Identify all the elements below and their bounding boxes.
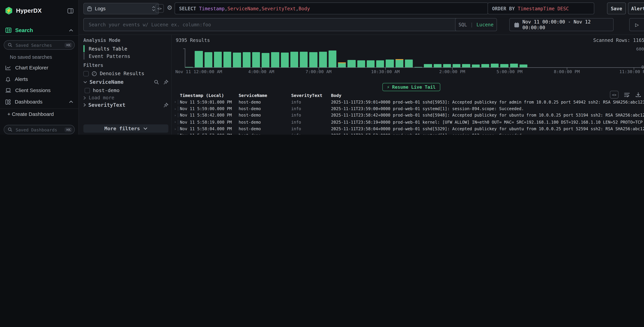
results-histogram[interactable]: 600 0 bbox=[172, 43, 644, 74]
alerts-button[interactable]: Alerts bbox=[628, 2, 644, 14]
sidebar-item-search[interactable]: Search bbox=[0, 27, 78, 34]
checkbox[interactable] bbox=[84, 71, 89, 76]
sql-editor-icon[interactable]: <> bbox=[155, 4, 164, 13]
sidebar-item-label: Alerts bbox=[15, 76, 28, 82]
filter-value-label[interactable]: host-demo bbox=[93, 88, 120, 93]
sidebar-item-label: Chart Explorer bbox=[15, 65, 48, 70]
results-count: 9395 Results bbox=[176, 37, 210, 43]
cell-servicename: host-demo bbox=[238, 106, 291, 111]
cell-timestamp: Nov 11 5:59:01.000 PM bbox=[178, 100, 239, 104]
select-field: Timestamp bbox=[199, 6, 224, 11]
query-language-toggle[interactable]: SQL | Lucene bbox=[455, 18, 497, 31]
chevron-right-icon bbox=[84, 103, 86, 107]
checkbox[interactable] bbox=[85, 88, 90, 93]
filter-group-label: ServiceName bbox=[90, 79, 124, 85]
chevron-down-icon bbox=[143, 127, 147, 130]
col-header-servicename[interactable]: ServiceName bbox=[238, 92, 291, 98]
date-range-value: Nov 11 00:00:00 - Nov 12 00:00:00 bbox=[522, 19, 609, 30]
sidebar-item-dashboards[interactable]: Dashboards bbox=[0, 98, 78, 106]
log-row[interactable]: ›Nov 11 5:59:01.000 PMhost-demoinfo2025-… bbox=[172, 98, 644, 105]
cell-body: 2025-11-11T23:58:04+0000 prod-web-01 ssh… bbox=[331, 126, 644, 131]
log-row[interactable]: ›Nov 11 5:58:04.000 PMhost-demoinfo2025-… bbox=[172, 125, 644, 132]
order-by-value: TimestampTime DESC bbox=[518, 6, 569, 11]
log-row[interactable]: ›Nov 11 5:58:42.000 PMhost-demoinfo2025-… bbox=[172, 112, 644, 119]
sidebar-collapse-icon[interactable] bbox=[68, 8, 74, 13]
order-by-keyword: ORDER BY bbox=[492, 6, 515, 11]
saved-searches-input[interactable]: ⌘K bbox=[4, 40, 75, 50]
search-icon bbox=[8, 127, 12, 132]
search-icon[interactable] bbox=[154, 80, 159, 84]
sidebar-item-label: Search bbox=[15, 27, 33, 33]
row-expand-chevron[interactable]: › bbox=[172, 100, 178, 104]
filters-label: Filters bbox=[84, 62, 104, 68]
sidebar-item-client-sessions[interactable]: Client Sessions bbox=[0, 87, 78, 94]
col-header-body[interactable]: Body bbox=[331, 92, 644, 98]
select-fields: Timestamp,ServiceName,SeverityText,Body bbox=[199, 6, 310, 11]
sidebar: ⚡ HyperDX Search ⌘K No saved searches Ch… bbox=[0, 0, 79, 134]
filter-values: host-demo bbox=[85, 88, 120, 93]
log-row[interactable]: ›Nov 11 5:57:52.000 PMhost-demoinfo2025-… bbox=[172, 132, 644, 134]
more-filters-label: More filters bbox=[104, 126, 140, 132]
filter-group-severitytext[interactable]: SeverityText bbox=[84, 102, 169, 108]
lightning-icon: ⚡ bbox=[387, 84, 390, 90]
row-expand-chevron[interactable]: › bbox=[172, 106, 178, 111]
saved-dashboards-input[interactable]: ⌘K bbox=[4, 125, 75, 134]
event-search-field[interactable] bbox=[88, 21, 457, 28]
row-expand-chevron[interactable]: › bbox=[172, 127, 178, 131]
col-header-timestamp[interactable]: Timestamp (Local) bbox=[180, 92, 239, 98]
divider bbox=[0, 35, 78, 36]
resume-live-tail-button[interactable]: ⚡ Resume Live Tail bbox=[382, 83, 440, 91]
language-lucene[interactable]: Lucene bbox=[476, 22, 494, 28]
source-select-value: Logs bbox=[95, 6, 106, 12]
date-range-picker[interactable]: Nov 11 00:00:00 - Nov 12 00:00:00 bbox=[509, 18, 614, 31]
save-button[interactable]: Save bbox=[607, 2, 626, 14]
comma: , bbox=[224, 6, 228, 11]
pin-icon[interactable] bbox=[164, 80, 168, 84]
create-dashboard-button[interactable]: + Create Dashboard bbox=[0, 110, 78, 118]
search-section-icon bbox=[6, 28, 12, 33]
row-expand-chevron[interactable]: › bbox=[172, 120, 178, 124]
run-query-button[interactable]: ▷ bbox=[629, 18, 644, 31]
cell-timestamp: Nov 11 5:57:52.000 PM bbox=[178, 133, 239, 134]
row-expand-chevron[interactable]: › bbox=[172, 113, 178, 118]
sidebar-item-chart-explorer[interactable]: Chart Explorer bbox=[0, 64, 78, 72]
chart-icon bbox=[6, 65, 11, 70]
gear-icon[interactable]: ⚙ bbox=[166, 3, 174, 12]
main-area: Logs <> ⚙ SELECT Timestamp,ServiceName,S… bbox=[78, 0, 644, 134]
log-row[interactable]: ›Nov 11 5:59:00.000 PMhost-demoinfo2025-… bbox=[172, 105, 644, 112]
y-axis-tick-min: 0 bbox=[642, 64, 644, 70]
no-saved-searches-note: No saved searches bbox=[10, 54, 52, 60]
sidebar-item-alerts[interactable]: Alerts bbox=[0, 76, 78, 83]
log-table[interactable]: ›Nov 11 5:59:01.000 PMhost-demoinfo2025-… bbox=[172, 98, 644, 134]
hyperdx-logo-icon: ⚡ bbox=[5, 7, 13, 14]
cell-severity: info bbox=[291, 100, 331, 104]
language-sql[interactable]: SQL bbox=[458, 22, 467, 28]
mode-results-table[interactable]: Results Table bbox=[84, 45, 128, 52]
saved-dashboards-field[interactable] bbox=[15, 127, 62, 132]
order-by-input[interactable]: ORDER BY TimestampTime DESC bbox=[488, 2, 594, 14]
denoise-icon bbox=[92, 71, 97, 76]
cell-timestamp: Nov 11 5:58:19.000 PM bbox=[178, 120, 239, 124]
mode-event-patterns[interactable]: Event Patterns bbox=[84, 52, 130, 60]
dashboards-icon bbox=[6, 99, 11, 104]
event-search-input[interactable] bbox=[84, 18, 462, 31]
cell-body: 2025-11-11T23:59:01+0000 prod-web-01 ssh… bbox=[331, 100, 644, 104]
load-more-button[interactable]: Load more bbox=[84, 95, 114, 101]
select-columns-input[interactable]: SELECT Timestamp,ServiceName,SeverityTex… bbox=[174, 2, 488, 14]
chevron-up-icon[interactable] bbox=[69, 101, 73, 103]
chevron-up-icon[interactable] bbox=[69, 29, 73, 32]
cell-severity: info bbox=[291, 133, 331, 134]
select-keyword: SELECT bbox=[179, 6, 196, 11]
pin-icon[interactable] bbox=[164, 102, 168, 108]
table-header: Timestamp (Local) ServiceName SeverityTe… bbox=[172, 92, 644, 99]
filter-group-servicename[interactable]: ServiceName bbox=[84, 79, 169, 85]
denoise-results-checkbox[interactable]: Denoise Results bbox=[84, 70, 144, 76]
saved-searches-field[interactable] bbox=[15, 42, 62, 48]
source-select[interactable]: Logs bbox=[84, 3, 159, 14]
app-title: HyperDX bbox=[16, 8, 42, 14]
col-header-severitytext[interactable]: SeverityText bbox=[291, 92, 331, 98]
row-expand-chevron[interactable]: › bbox=[172, 134, 178, 134]
more-filters-button[interactable]: More filters bbox=[84, 124, 168, 133]
log-row[interactable]: ›Nov 11 5:58:19.000 PMhost-demoinfo2025-… bbox=[172, 119, 644, 126]
shortcut-badge: ⌘K bbox=[64, 127, 72, 132]
